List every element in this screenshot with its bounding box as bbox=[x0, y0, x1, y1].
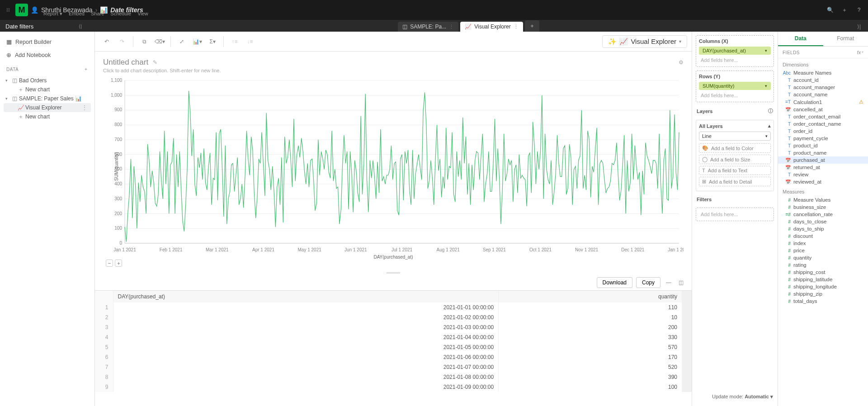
chart-type-button[interactable]: 📊▾ bbox=[190, 35, 204, 48]
aggregate-button[interactable]: Σ▾ bbox=[205, 35, 220, 48]
collapse-table-icon[interactable]: — bbox=[664, 279, 673, 286]
table-row[interactable]: 52021-01-05 00:00:00570 bbox=[95, 342, 692, 352]
field-item[interactable]: 📅cancelled_at bbox=[778, 106, 868, 113]
more-icon[interactable]: ⋮ bbox=[80, 104, 89, 111]
mark-type-select[interactable]: Line▾ bbox=[699, 132, 771, 141]
sort-asc-button[interactable]: ↑≡ bbox=[227, 35, 242, 48]
add-tab-button[interactable]: ＋ bbox=[525, 20, 539, 32]
chart-title[interactable]: Untitled chart bbox=[103, 58, 148, 67]
field-item[interactable]: 📅returned_at bbox=[778, 164, 868, 171]
field-item[interactable]: #quantity bbox=[778, 254, 868, 261]
field-item[interactable]: #shipping_zip bbox=[778, 290, 868, 297]
tab-menu-icon[interactable]: ⋮ bbox=[514, 24, 519, 30]
panel-toggle-icon[interactable]: ⟩| bbox=[854, 24, 864, 32]
tree-item[interactable]: ＋New chart bbox=[4, 112, 91, 121]
field-item[interactable]: Torder_id bbox=[778, 127, 868, 135]
menu-item[interactable]: Embed bbox=[69, 11, 85, 17]
table-row[interactable]: 32021-01-03 00:00:00200 bbox=[95, 322, 692, 332]
filters-shelf[interactable]: Add fields here... bbox=[696, 208, 774, 221]
field-item[interactable]: Torder_contact_name bbox=[778, 120, 868, 127]
field-item[interactable]: Tproduct_id bbox=[778, 142, 868, 149]
menu-item[interactable]: Schedule bbox=[110, 11, 131, 17]
duplicate-button[interactable]: ⧉ bbox=[137, 35, 151, 48]
field-item[interactable]: #days_to_close bbox=[778, 218, 868, 225]
sidebar-collapse-icon[interactable]: ⟨| bbox=[79, 24, 82, 29]
mark-color-shelf[interactable]: 🎨Add a field to Color bbox=[699, 143, 771, 153]
menu-item[interactable]: Share bbox=[91, 11, 104, 17]
col1-header[interactable]: DAY(purchased_at) bbox=[113, 291, 499, 302]
table-row[interactable]: 22021-01-02 00:00:0010 bbox=[95, 312, 692, 322]
field-item[interactable]: 📅reviewed_at bbox=[778, 178, 868, 185]
field-item[interactable]: =#cancellation_rate bbox=[778, 211, 868, 218]
field-item[interactable]: #business_size bbox=[778, 203, 868, 211]
tree-item[interactable]: ＋New chart bbox=[4, 85, 91, 94]
table-row[interactable]: 92021-01-09 00:00:00100 bbox=[95, 382, 692, 392]
report-builder-item[interactable]: ▦ Report Builder bbox=[4, 36, 91, 47]
field-item[interactable]: #total_days bbox=[778, 297, 868, 305]
split-drag-handle[interactable] bbox=[95, 270, 692, 275]
add-data-icon[interactable]: ＋ bbox=[84, 66, 89, 72]
rows-shelf[interactable]: Rows (Y) SUM(quantity)▾ Add fields here.… bbox=[696, 71, 774, 102]
help-icon[interactable]: ? bbox=[854, 5, 863, 14]
clear-button[interactable]: ⌫▾ bbox=[152, 35, 167, 48]
zoom-out-button[interactable]: − bbox=[106, 260, 113, 267]
field-item[interactable]: AbcMeasure Names bbox=[778, 69, 868, 76]
doc-tab[interactable]: 📈Visual Explorer⋮ bbox=[460, 22, 523, 32]
field-item[interactable]: #index bbox=[778, 240, 868, 247]
tree-item[interactable]: 📈Visual Explorer⋮ bbox=[4, 103, 91, 112]
add-icon[interactable]: ＋ bbox=[840, 5, 849, 14]
table-row[interactable]: 12021-01-01 00:00:00110 bbox=[95, 302, 692, 312]
field-item[interactable]: Taccount_name bbox=[778, 91, 868, 98]
format-tab[interactable]: Format bbox=[823, 32, 868, 46]
redo-button[interactable]: ↷ bbox=[115, 35, 129, 48]
swap-axes-button[interactable]: ⤢ bbox=[175, 35, 189, 48]
doc-tab[interactable]: ◫SAMPLE: Pa...⋮ bbox=[398, 22, 458, 32]
info-icon[interactable]: ⓘ bbox=[768, 108, 773, 114]
all-layers-toggle[interactable]: All Layers ▴ bbox=[699, 123, 771, 132]
columns-pill[interactable]: DAY(purchased_at)▾ bbox=[699, 47, 771, 55]
expand-table-icon[interactable]: ◫ bbox=[677, 279, 685, 286]
field-item[interactable]: #days_to_ship bbox=[778, 225, 868, 232]
columns-shelf[interactable]: Columns (X) DAY(purchased_at)▾ Add field… bbox=[696, 35, 774, 67]
table-row[interactable]: 72021-01-07 00:00:00520 bbox=[95, 362, 692, 372]
update-mode[interactable]: Update mode: Automatic ▾ bbox=[696, 391, 774, 402]
field-item[interactable]: #price bbox=[778, 247, 868, 254]
field-item[interactable]: #discount bbox=[778, 232, 868, 240]
tree-item[interactable]: ▾◫SAMPLE: Paper Sales 📊 bbox=[4, 94, 91, 103]
col2-header[interactable]: quantity bbox=[499, 291, 682, 302]
mark-size-shelf[interactable]: ◯Add a field to Size bbox=[699, 155, 771, 164]
field-item[interactable]: #shipping_latitude bbox=[778, 276, 868, 283]
field-item[interactable]: 📅purchased_at bbox=[778, 156, 868, 164]
field-item[interactable]: #shipping_cost bbox=[778, 269, 868, 276]
field-item[interactable]: #shipping_longitude bbox=[778, 283, 868, 290]
field-item[interactable]: Tpayment_cycle bbox=[778, 135, 868, 142]
table-row[interactable]: 82021-01-08 00:00:00390 bbox=[95, 372, 692, 382]
sort-desc-button[interactable]: ↓≡ bbox=[243, 35, 257, 48]
zoom-in-button[interactable]: ＋ bbox=[115, 260, 122, 267]
copy-button[interactable]: Copy bbox=[636, 277, 660, 288]
add-field-icon[interactable]: fx⁺ bbox=[857, 50, 863, 55]
field-item[interactable]: #Measure Values bbox=[778, 196, 868, 203]
menu-item[interactable]: Report ▾ bbox=[43, 11, 62, 17]
table-row[interactable]: 42021-01-04 00:00:00330 bbox=[95, 332, 692, 342]
data-tab[interactable]: Data bbox=[778, 32, 823, 46]
mark-text-shelf[interactable]: TAdd a field to Text bbox=[699, 166, 771, 175]
table-row[interactable]: 62021-01-06 00:00:00170 bbox=[95, 352, 692, 362]
rows-pill[interactable]: SUM(quantity)▾ bbox=[699, 82, 771, 90]
field-item[interactable]: Torder_contact_email bbox=[778, 113, 868, 120]
tab-menu-icon[interactable]: ⋮ bbox=[449, 24, 454, 30]
undo-button[interactable]: ↶ bbox=[99, 35, 114, 48]
field-item[interactable]: Treview bbox=[778, 171, 868, 178]
ve-badge[interactable]: ✨ 📈 Visual Explorer ▾ bbox=[602, 35, 687, 48]
search-icon[interactable]: 🔍 bbox=[826, 5, 835, 14]
field-item[interactable]: #rating bbox=[778, 261, 868, 269]
field-item[interactable]: Taccount_id bbox=[778, 76, 868, 84]
mark-detail-shelf[interactable]: ⊞Add a field to Detail bbox=[699, 177, 771, 186]
tree-item[interactable]: ▾◫Bad Orders bbox=[4, 76, 91, 85]
chart-settings-icon[interactable]: ⚙ bbox=[679, 59, 684, 66]
app-logo[interactable]: M bbox=[15, 4, 28, 16]
field-item[interactable]: Taccount_manager bbox=[778, 84, 868, 91]
download-button[interactable]: Download bbox=[597, 277, 632, 288]
add-notebook-item[interactable]: ⊕ Add Notebook bbox=[4, 49, 91, 61]
chart-description[interactable]: Click to add chart description. Shift-en… bbox=[103, 68, 684, 73]
